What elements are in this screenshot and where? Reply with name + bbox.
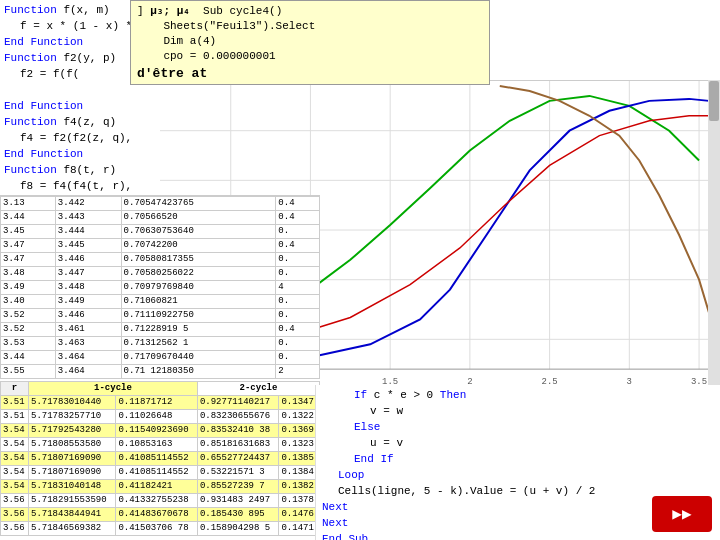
rcode-line-1: If c * e > 0 Then bbox=[322, 387, 714, 403]
code-line-9: f4 = f2(f2(z, q), bbox=[4, 130, 156, 146]
table-row: 3.553.4640.71 121803502 bbox=[1, 365, 320, 379]
data-table: 3.133.4420.705474237650.4 3.443.4430.705… bbox=[0, 195, 320, 540]
table-row: 3.473.4460.705808173550. bbox=[1, 253, 320, 267]
table-row: 3.533.4630.71312562 10. bbox=[1, 337, 320, 351]
vba-popup-line1: ] μ₃; μ₄ Sub cycle4() bbox=[137, 4, 483, 19]
table-row: 3.545.718071690900.410851145520.65527724… bbox=[1, 452, 320, 466]
code-line-7: End Function bbox=[4, 98, 156, 114]
code-line-11: Function f8(t, r) bbox=[4, 162, 156, 178]
scrollbar-thumb[interactable] bbox=[709, 81, 719, 121]
red-arrow-button[interactable] bbox=[652, 496, 712, 532]
vba-popup-line3: Dim a(4) bbox=[137, 34, 483, 49]
rcode-line-3: Else bbox=[322, 419, 714, 435]
table-row: 3.545.718310401480.411824210.85527239 70… bbox=[1, 480, 320, 494]
table-row: 3.403.4490.710608210. bbox=[1, 295, 320, 309]
rcode-line-10: End Sub bbox=[322, 531, 714, 540]
table-row: 3.515.717830104400.118717120.92771140217… bbox=[1, 396, 320, 410]
table-row: 3.483.4470.705802560220. bbox=[1, 267, 320, 281]
rcode-line-6: Loop bbox=[322, 467, 714, 483]
rcode-line-2: v = w bbox=[322, 403, 714, 419]
rcode-line-5: End If bbox=[322, 451, 714, 467]
col-header-1cycle: 1-cycle bbox=[29, 382, 198, 396]
col-header-r: r bbox=[1, 382, 29, 396]
popup-bold-text: d'être at bbox=[137, 66, 483, 81]
code-line-10: End Function bbox=[4, 146, 156, 162]
code-line-12: f8 = f4(f4(t, r), bbox=[4, 178, 156, 194]
table-row: 3.565.7182915535900.413327552380.931483 … bbox=[1, 494, 320, 508]
vba-popup-line2: Sheets("Feuil3").Select bbox=[137, 19, 483, 34]
scrollbar[interactable] bbox=[708, 80, 720, 390]
table-row: 3.133.4420.705474237650.4 bbox=[1, 197, 320, 211]
col-header-2cycle: 2-cycle bbox=[197, 382, 319, 396]
code-line-8: Function f4(z, q) bbox=[4, 114, 156, 130]
table-row: 3.523.4610.71228919 50.4 bbox=[1, 323, 320, 337]
table-row: 3.565.718465693820.41503706 780.15890429… bbox=[1, 522, 320, 536]
table-row: 3.443.4640.717096704400. bbox=[1, 351, 320, 365]
vba-popup-line4: cpo = 0.000000001 bbox=[137, 49, 483, 64]
table-row: 3.443.4430.705665200.4 bbox=[1, 211, 320, 225]
main-container: Function f(x, m) f = x * (1 - x) * m End… bbox=[0, 0, 720, 540]
table-row: 3.545.718071690900.410851145520.53221571… bbox=[1, 466, 320, 480]
table-row: 3.515.717832577100.110266480.83230655676… bbox=[1, 410, 320, 424]
table-row: 3.453.4440.706307536400. bbox=[1, 225, 320, 239]
rcode-line-4: u = v bbox=[322, 435, 714, 451]
table-row: 3.565.718438449410.414836706780.185430 8… bbox=[1, 508, 320, 522]
table-row: 3.493.4480.709797698404 bbox=[1, 281, 320, 295]
table-row: 3.523.4460.711109227500. bbox=[1, 309, 320, 323]
vba-popup: ] μ₃; μ₄ Sub cycle4() Sheets("Feuil3").S… bbox=[130, 0, 490, 85]
table-row: 3.545.717925432800.115409236900.83532410… bbox=[1, 424, 320, 438]
table-row: 3.545.718085535800.108531630.85181631683… bbox=[1, 438, 320, 452]
table-row: 3.473.4450.707422000.4 bbox=[1, 239, 320, 253]
